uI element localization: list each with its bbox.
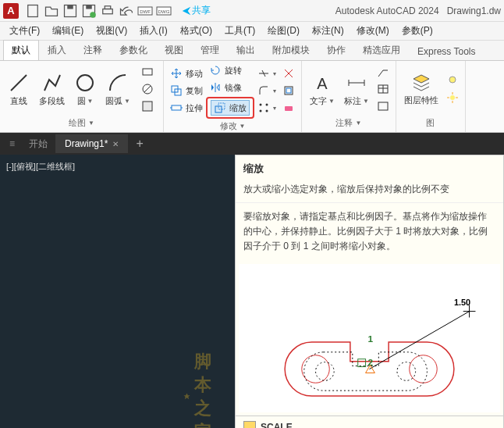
share-link[interactable]: 共享 xyxy=(181,4,211,17)
dim-icon xyxy=(346,72,367,94)
tab-collab[interactable]: 协作 xyxy=(318,40,354,60)
panel-layers-label[interactable]: 图 xyxy=(399,116,462,130)
svg-line-16 xyxy=(144,86,151,92)
menu-dim[interactable]: 标注(N) xyxy=(306,22,350,40)
tool-polyline[interactable]: 多段线 xyxy=(34,70,69,109)
watermark-icon xyxy=(183,387,191,407)
tool-mirror[interactable]: 镜像 xyxy=(206,80,254,95)
tool-trim[interactable]: ▾ xyxy=(254,66,279,81)
tool-scale[interactable]: 缩放 xyxy=(211,100,250,116)
menu-file[interactable]: 文件(F) xyxy=(3,22,46,40)
menu-insert[interactable]: 插入(I) xyxy=(133,22,173,40)
close-icon[interactable]: ✕ xyxy=(112,140,119,148)
qat-save-icon[interactable] xyxy=(62,3,78,19)
svg-point-45 xyxy=(410,355,437,382)
tool-region[interactable] xyxy=(138,98,157,114)
tool-layer-freeze[interactable] xyxy=(443,90,462,105)
tool-explode[interactable] xyxy=(279,66,298,81)
array-icon xyxy=(257,102,270,114)
tab-view[interactable]: 视图 xyxy=(156,40,192,60)
ribbon: 直线 多段线 圆▼ 圆弧▼ 绘图▼ 移动 xyxy=(0,61,504,133)
tool-rect[interactable] xyxy=(138,64,157,80)
tool-circle[interactable]: 圆▼ xyxy=(69,70,101,109)
tool-move[interactable]: 移动 xyxy=(167,66,206,81)
doc-tab-start[interactable]: 开始 xyxy=(21,134,55,155)
tool-arc[interactable]: 圆弧▼ xyxy=(101,70,135,109)
panel-modify: 移动 复制 拉伸 旋转 镜像 缩放 ▾ ▾ ▾ 修改▼ xyxy=(164,61,302,132)
qat-open-icon[interactable] xyxy=(44,3,59,19)
doc-tab-add[interactable]: + xyxy=(128,133,151,155)
drawing-canvas[interactable]: [-][俯视][二维线框] 脚本之家 xyxy=(0,155,235,428)
panel-annot-label[interactable]: 注释▼ xyxy=(305,116,392,130)
tab-addon[interactable]: 附加模块 xyxy=(264,40,318,60)
region-icon xyxy=(141,100,154,112)
tool-layer-on[interactable] xyxy=(443,73,462,88)
tooltip-title: 缩放 xyxy=(236,155,503,179)
share-icon xyxy=(181,5,192,16)
copy-icon xyxy=(170,84,183,97)
tab-annot[interactable]: 注释 xyxy=(75,40,111,60)
tool-hatch[interactable] xyxy=(138,81,157,97)
tool-offset[interactable] xyxy=(279,83,298,98)
text-icon: A xyxy=(311,72,333,94)
tooltip-illustration: 1.50 1 2 xyxy=(239,264,500,412)
tool-leader[interactable] xyxy=(374,64,392,80)
svg-text:DWF: DWF xyxy=(140,9,151,14)
tab-default[interactable]: 默认 xyxy=(3,40,39,60)
menu-modify[interactable]: 修改(M) xyxy=(350,22,396,40)
move-icon xyxy=(170,67,183,80)
qat-new-icon[interactable] xyxy=(25,3,41,19)
qat-dwg-icon[interactable]: DWG xyxy=(156,3,172,19)
tool-stretch[interactable]: 拉伸 xyxy=(167,100,206,116)
tool-line[interactable]: 直线 xyxy=(3,70,34,109)
tool-copy[interactable]: 复制 xyxy=(167,83,206,98)
menu-bar: 文件(F) 编辑(E) 视图(V) 插入(I) 格式(O) 工具(T) 绘图(D… xyxy=(0,22,504,41)
doc-tab-current[interactable]: Drawing1* ✕ xyxy=(55,134,128,153)
panel-layers: 图层特性 图 xyxy=(396,61,466,132)
tool-mtext[interactable] xyxy=(374,98,392,114)
menu-format[interactable]: 格式(O) xyxy=(174,22,218,40)
leader-icon xyxy=(377,66,389,78)
tool-array[interactable]: ▾ xyxy=(254,100,279,116)
menu-param[interactable]: 参数(P) xyxy=(396,22,439,40)
qat-dwf-icon[interactable]: DWF xyxy=(137,3,153,19)
menu-view[interactable]: 视图(V) xyxy=(90,22,133,40)
qat-print-icon[interactable] xyxy=(100,3,115,19)
svg-point-25 xyxy=(260,110,262,112)
mirror-icon xyxy=(209,81,222,94)
tool-erase[interactable] xyxy=(279,100,298,116)
panel-draw-label[interactable]: 绘图▼ xyxy=(3,116,160,130)
tab-manage[interactable]: 管理 xyxy=(192,40,228,60)
tool-table[interactable] xyxy=(374,81,392,97)
svg-point-26 xyxy=(266,110,268,112)
tab-output[interactable]: 输出 xyxy=(228,40,264,60)
tab-param[interactable]: 参数化 xyxy=(111,40,156,60)
qat-saveas-icon[interactable] xyxy=(81,3,97,19)
tab-express[interactable]: Express Tools xyxy=(409,42,484,60)
doc-tabs-menu-icon[interactable]: ≡ xyxy=(3,134,21,153)
menu-draw[interactable]: 绘图(D) xyxy=(261,22,306,40)
svg-text:DWG: DWG xyxy=(158,9,170,14)
tool-layer-props[interactable]: 图层特性 xyxy=(399,70,443,107)
menu-tools[interactable]: 工具(T) xyxy=(218,22,261,40)
title-bar: A DWF DWG 共享 Autodesk AutoCAD 2024 Drawi… xyxy=(0,0,504,22)
tool-text[interactable]: A 文字▼ xyxy=(305,70,339,109)
panel-modify-label[interactable]: 修改▼ xyxy=(167,119,298,134)
line-icon xyxy=(8,72,30,94)
qat-undo-icon[interactable] xyxy=(119,3,134,19)
tab-insert[interactable]: 插入 xyxy=(39,40,75,60)
share-label: 共享 xyxy=(192,4,211,17)
menu-edit[interactable]: 编辑(E) xyxy=(46,22,90,40)
tool-scale-highlight: 缩放 xyxy=(206,97,254,119)
tool-rotate[interactable]: 旋转 xyxy=(206,62,254,78)
fillet-icon xyxy=(257,84,270,97)
tab-featured[interactable]: 精选应用 xyxy=(354,40,409,60)
tool-dim[interactable]: 标注▼ xyxy=(339,70,374,109)
tool-fillet[interactable]: ▾ xyxy=(254,83,279,98)
doc-tabs: ≡ 开始 Drawing1* ✕ + xyxy=(0,133,504,155)
tooltip-long: 要缩放对象，请指定基点和比例因子。基点将作为缩放操作的中心，并保持静止。比例因子… xyxy=(236,202,503,261)
svg-text:A: A xyxy=(317,75,328,92)
svg-rect-17 xyxy=(143,102,152,111)
viewport-label[interactable]: [-][俯视][二维线框] xyxy=(6,161,229,173)
svg-line-12 xyxy=(11,75,27,91)
